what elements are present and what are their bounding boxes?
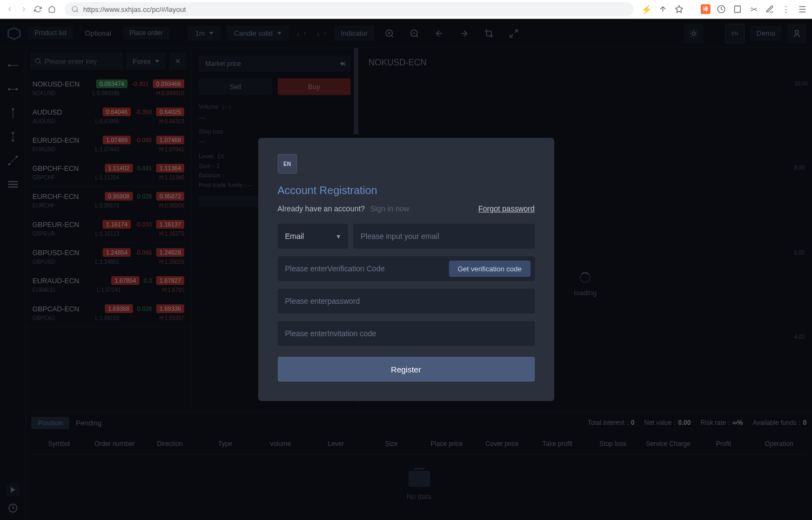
edit-icon[interactable] [764,4,775,15]
lang-badge[interactable]: EN [278,154,297,174]
arrow-icon[interactable] [657,4,668,15]
url-text: https://www.sxhjas.cc/pc/#/layout [83,5,186,14]
signin-link[interactable]: Sign in now [370,204,409,213]
browser-reload[interactable] [32,4,43,15]
forgot-password-link[interactable]: Forgot password [478,204,534,213]
svg-rect-3 [735,6,741,12]
modal-title: Account Registration [278,184,535,197]
already-text: Already have an account? [278,204,365,213]
browser-back[interactable] [4,4,15,15]
registration-modal: EN Account Registration Already have an … [258,138,554,401]
bolt-icon[interactable]: ⚡ [641,4,652,15]
svg-point-0 [72,6,77,11]
browser-home[interactable] [46,4,57,15]
reader-icon[interactable] [732,4,743,15]
history-icon[interactable] [716,4,727,15]
email-input[interactable] [353,224,535,249]
scissors-icon[interactable]: ✂ [748,4,759,15]
get-code-button[interactable]: Get verification code [449,261,531,277]
svg-marker-1 [675,5,682,12]
translate-ext-icon[interactable]: 译 [701,4,710,14]
search-icon [71,5,79,13]
url-bar[interactable]: https://www.sxhjas.cc/pc/#/layout [65,2,634,16]
hamburger-icon[interactable]: ☰ [797,4,808,15]
browser-forward[interactable] [18,4,29,15]
star-icon[interactable] [674,4,685,15]
password-input[interactable] [278,289,535,314]
kebab-icon[interactable]: ⋮ [781,4,791,15]
register-button[interactable]: Register [278,357,535,382]
method-select[interactable]: Email▾ [278,224,348,249]
invitation-input[interactable] [278,321,535,346]
